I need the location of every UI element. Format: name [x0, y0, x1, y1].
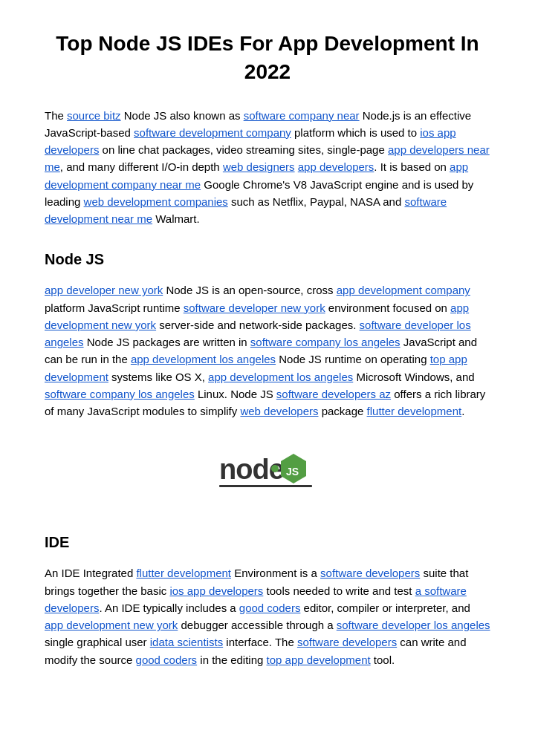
ide-heading: IDE	[45, 531, 490, 554]
link-top-app-development-ide[interactable]: top app development	[267, 654, 371, 666]
link-software-development-company[interactable]: software development company	[134, 126, 291, 139]
link-app-developers[interactable]: app developers	[298, 160, 374, 173]
node-logo: node JS	[45, 440, 490, 507]
ide-paragraph: An IDE Integrated flutter development En…	[45, 564, 490, 668]
link-app-development-new-york-ide[interactable]: app development new york	[45, 619, 178, 631]
link-software-developer-new-york[interactable]: software developer new york	[184, 302, 325, 314]
link-app-development-los-angeles-2[interactable]: app development los angeles	[208, 371, 353, 383]
nodejs-paragraph: app developer new york Node JS is an ope…	[45, 281, 490, 420]
link-app-development-company[interactable]: app development company	[337, 284, 470, 296]
link-web-designers[interactable]: web designers	[223, 160, 295, 173]
link-software-developers-ide[interactable]: software developers	[320, 567, 420, 579]
link-app-development-los-angeles[interactable]: app development los angeles	[131, 353, 276, 365]
link-software-company-los-angeles-2[interactable]: software company los angeles	[45, 388, 195, 400]
link-flutter-development-ide[interactable]: flutter development	[136, 567, 231, 579]
page-title: Top Node JS IDEs For App Development In …	[45, 30, 490, 86]
link-web-developers[interactable]: web developers	[240, 405, 318, 417]
link-software-developer-los-angeles-ide[interactable]: software developer los angeles	[337, 619, 490, 631]
link-web-development-companies[interactable]: web development companies	[84, 195, 228, 208]
link-app-developer-new-york[interactable]: app developer new york	[45, 284, 163, 296]
link-flutter-development[interactable]: flutter development	[367, 405, 462, 417]
svg-rect-4	[219, 485, 312, 487]
link-source-bitz[interactable]: source bitz	[67, 109, 121, 122]
link-ios-app-developers-ide[interactable]: ios app developers	[169, 584, 263, 597]
nodejs-heading: Node JS	[45, 248, 490, 271]
link-good-coders[interactable]: good coders	[239, 602, 301, 614]
link-software-company-near[interactable]: software company near	[244, 109, 360, 122]
link-software-developers-az[interactable]: software developers az	[276, 388, 391, 400]
link-idata-scientists[interactable]: idata scientists	[150, 636, 223, 648]
svg-point-3	[271, 465, 279, 472]
link-good-coders-2[interactable]: good coders	[136, 654, 198, 666]
link-software-company-los-angeles[interactable]: software company los angeles	[250, 336, 401, 348]
intro-paragraph: The source bitz Node JS also known as so…	[45, 107, 490, 228]
link-software-developers-2[interactable]: software developers	[297, 636, 397, 648]
svg-text:JS: JS	[286, 466, 299, 478]
